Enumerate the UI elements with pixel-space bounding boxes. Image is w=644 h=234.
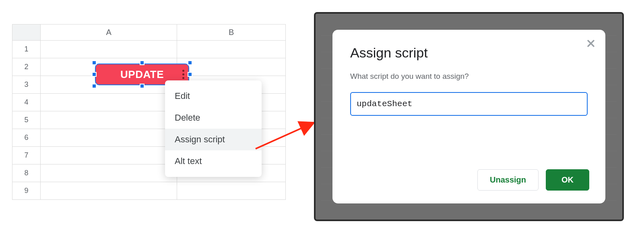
resize-handle[interactable] <box>92 84 97 88</box>
cell[interactable] <box>40 129 177 147</box>
row-header[interactable]: 9 <box>12 182 41 200</box>
unassign-button[interactable]: Unassign <box>477 169 539 191</box>
resize-handle[interactable] <box>92 72 97 77</box>
cell[interactable] <box>40 94 177 111</box>
drawing-options-icon[interactable] <box>182 70 184 79</box>
context-menu-delete[interactable]: Delete <box>165 107 262 129</box>
dialog-title: Assign script <box>350 45 588 61</box>
cell[interactable] <box>40 41 177 58</box>
row-header[interactable]: 2 <box>12 58 41 76</box>
context-menu-edit[interactable]: Edit <box>165 85 262 107</box>
sheet-corner-cell[interactable] <box>12 25 41 41</box>
row-header[interactable]: 7 <box>12 147 41 164</box>
script-name-input[interactable] <box>350 92 588 116</box>
resize-handle[interactable] <box>188 72 192 77</box>
assign-script-dialog: Assign script What script do you want to… <box>332 30 605 203</box>
cell[interactable] <box>40 111 177 129</box>
assign-script-modal-preview: Assign script What script do you want to… <box>314 12 624 221</box>
context-menu-alt-text[interactable]: Alt text <box>165 150 262 172</box>
table-row: 9 <box>12 182 286 200</box>
close-icon[interactable] <box>585 38 597 49</box>
row-header[interactable]: 8 <box>12 164 41 182</box>
drawing-label: UPDATE <box>120 68 164 81</box>
resize-handle[interactable] <box>188 60 192 65</box>
ok-button[interactable]: OK <box>546 169 589 191</box>
cell[interactable] <box>40 182 177 200</box>
cell[interactable] <box>40 164 177 182</box>
cell[interactable] <box>177 58 286 76</box>
resize-handle[interactable] <box>92 60 97 65</box>
dialog-prompt: What script do you want to assign? <box>350 72 588 81</box>
cell[interactable] <box>177 41 286 58</box>
row-header[interactable]: 3 <box>12 76 41 94</box>
svg-line-0 <box>256 123 314 149</box>
row-header[interactable]: 1 <box>12 41 41 58</box>
table-row: 1 <box>12 41 286 58</box>
row-header[interactable]: 6 <box>12 129 41 147</box>
drawing-context-menu: Edit Delete Assign script Alt text <box>165 80 262 177</box>
cell[interactable] <box>177 182 286 200</box>
column-header-A[interactable]: A <box>40 25 177 41</box>
annotation-arrow-icon <box>254 117 322 153</box>
column-header-B[interactable]: B <box>177 25 286 41</box>
cell[interactable] <box>40 147 177 164</box>
context-menu-assign-script[interactable]: Assign script <box>165 129 262 150</box>
row-header[interactable]: 4 <box>12 94 41 111</box>
resize-handle[interactable] <box>140 84 144 88</box>
resize-handle[interactable] <box>140 60 144 65</box>
row-header[interactable]: 5 <box>12 111 41 129</box>
